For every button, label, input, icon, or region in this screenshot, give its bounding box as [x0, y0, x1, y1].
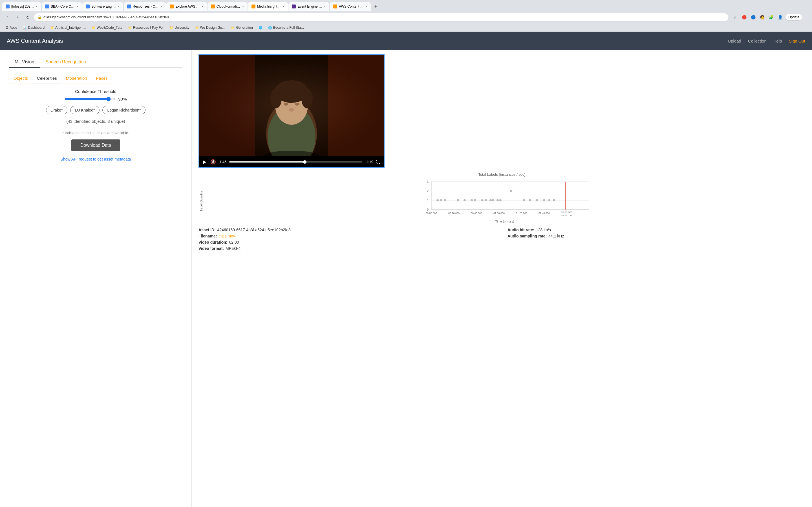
progress-fill [229, 161, 305, 163]
tab-aws[interactable]: Explore AWS … ✕ [166, 2, 207, 11]
dashboard-icon: 📊 [23, 26, 27, 30]
tab-celebrities[interactable]: Celebrities [33, 73, 61, 83]
tab-infosys[interactable]: [Infosys] 202… ✕ [2, 2, 41, 11]
svg-rect-2 [328, 55, 384, 156]
bookmark-icon[interactable]: ☆ [731, 13, 739, 21]
tab-responses[interactable]: Responses - C… ✕ [124, 2, 166, 11]
duration-value: 02:00 [229, 240, 239, 244]
svg-text:02:00.000: 02:00.000 [561, 211, 572, 214]
chip-logan[interactable]: Logan Richardson* [102, 106, 146, 114]
back-button[interactable]: ‹ [3, 13, 11, 21]
ext4-icon[interactable]: 🧩 [767, 13, 775, 21]
confidence-slider[interactable] [64, 97, 115, 101]
svg-point-39 [474, 199, 476, 202]
tab-faces[interactable]: Faces [92, 73, 112, 83]
bookmark-apps[interactable]: ☰ Apps [3, 25, 19, 31]
svg-point-36 [457, 199, 459, 202]
chart-area: Label Quantity 3 2 1 0 [199, 179, 805, 223]
tab-label: [Infosys] 202… [11, 4, 34, 8]
bookmark-wedesign[interactable]: 📁 We Design Gu… [193, 25, 228, 31]
svg-point-45 [499, 199, 502, 202]
chip-djkhaled[interactable]: DJ Khaled* [70, 106, 100, 114]
bookmark-fullstack[interactable]: 🌐 Become a Full Sta… [266, 25, 306, 31]
fullscreen-button[interactable]: ⛶ [376, 159, 380, 165]
bookmark-label: University [174, 25, 190, 30]
ext3-icon[interactable]: 🧑 [758, 13, 766, 21]
tab-moderation[interactable]: Moderation [61, 73, 92, 83]
tab-ml-vision[interactable]: ML Vision [9, 57, 40, 68]
svg-text:00:20.000: 00:20.000 [448, 212, 460, 215]
tab-event-engine[interactable]: Event Engine … ✕ [289, 2, 329, 11]
tab-sba[interactable]: SBA - Core C… ✕ [42, 2, 82, 11]
folder-icon: 📁 [128, 26, 132, 30]
stats-text: (43 identified objects, 3 unique) [9, 119, 183, 124]
update-button[interactable]: Update [785, 14, 802, 20]
help-link[interactable]: Help [773, 39, 782, 43]
ext1-icon[interactable]: 🔴 [740, 13, 748, 21]
svg-text:00:40.000: 00:40.000 [471, 212, 482, 215]
audio-sampling-label: Audio sampling rate: [507, 234, 547, 238]
tab-close-icon[interactable]: ✕ [160, 5, 162, 8]
download-button[interactable]: Download Data [71, 139, 120, 151]
menu-icon[interactable]: ⋮ [804, 14, 809, 20]
progress-bar[interactable] [229, 161, 362, 163]
folder-icon: 📁 [231, 26, 235, 30]
play-button[interactable]: ▶ [202, 159, 207, 165]
asset-id-label: Asset ID: [199, 228, 216, 232]
svg-point-13 [289, 108, 294, 112]
info-grid: Asset ID: 42460169-6617-4b3f-a524-e5ee10… [199, 228, 805, 251]
bookmark-dashboard[interactable]: 📊 Dashboard [20, 25, 47, 31]
bookmark-generation[interactable]: 📁 Generation [229, 25, 255, 31]
bookmark-globe1[interactable]: 🌐 [256, 25, 265, 31]
new-tab-button[interactable]: + [371, 2, 379, 11]
bookmark-label: Artificial_Intelligen… [55, 25, 86, 30]
bookmark-label: Resources I Pay For [133, 25, 164, 30]
api-link[interactable]: Show API request to get asset metadata [9, 157, 183, 161]
duration-row: Video duration: 02:00 [199, 240, 496, 244]
signout-link[interactable]: Sign Out [789, 39, 805, 43]
tab-favicon [127, 4, 131, 8]
folder-icon: 📁 [195, 26, 199, 30]
app-body: ML Vision Speech Recognition Objects Cel… [0, 50, 812, 507]
bookmark-university[interactable]: 📁 University [167, 25, 192, 31]
upload-link[interactable]: Upload [728, 39, 741, 43]
tab-close-icon[interactable]: ✕ [76, 5, 79, 8]
audio-bitrate-value: 128 kb/s [536, 228, 551, 232]
tab-close-icon[interactable]: ✕ [117, 5, 120, 8]
tab-close-icon[interactable]: ✕ [201, 5, 204, 8]
forward-button[interactable]: › [13, 13, 21, 21]
tab-software[interactable]: Software Engi… ✕ [82, 2, 123, 11]
bookmark-webcode[interactable]: 📁 Web&Code_Tuts [89, 25, 124, 31]
tab-close-icon[interactable]: ✕ [36, 5, 38, 8]
format-label: Video format: [199, 246, 224, 251]
tab-objects[interactable]: Objects [9, 73, 33, 83]
ext2-icon[interactable]: 🔵 [749, 13, 757, 21]
svg-point-51 [548, 199, 550, 202]
collection-link[interactable]: Collection [748, 39, 767, 43]
tab-media-insights[interactable]: Media Insight… ✕ [248, 2, 288, 11]
tab-cloudformation[interactable]: CloudFormati… ✕ [207, 2, 248, 11]
bookmark-ai[interactable]: 📁 Artificial_Intelligen… [48, 25, 88, 31]
globe-icon: 🌐 [259, 26, 262, 30]
audio-sampling-value: 44.1 kHz [548, 234, 564, 238]
tab-label: Media Insight… [257, 4, 281, 8]
profile-icon[interactable]: 👤 [776, 13, 784, 21]
tab-close-icon[interactable]: ✕ [282, 5, 285, 8]
mute-button[interactable]: 🔇 [210, 159, 216, 165]
reload-button[interactable]: ↻ [24, 13, 32, 21]
address-bar[interactable]: 🔒 d2d33qeqvcbagm.cloudfront.net/analysis… [34, 13, 729, 21]
tab-close-icon[interactable]: ✕ [242, 5, 244, 8]
tab-aws-content[interactable]: AWS Content … ✕ [330, 2, 371, 11]
tab-close-icon[interactable]: ✕ [324, 5, 326, 8]
tab-favicon [252, 4, 255, 8]
filename-value: clips.mov [218, 234, 235, 238]
svg-text:3: 3 [427, 180, 428, 183]
filename-row: Filename: clips.mov [199, 234, 496, 238]
tab-close-icon[interactable]: ✕ [365, 5, 367, 8]
folder-icon: 📁 [50, 26, 54, 30]
tab-speech-recognition[interactable]: Speech Recognition [40, 57, 91, 68]
tab-favicon [45, 4, 49, 8]
chip-drake[interactable]: Drake* [46, 106, 68, 114]
bookmark-resources[interactable]: 📁 Resources I Pay For [126, 25, 166, 31]
main-tabs: ML Vision Speech Recognition [9, 57, 183, 68]
